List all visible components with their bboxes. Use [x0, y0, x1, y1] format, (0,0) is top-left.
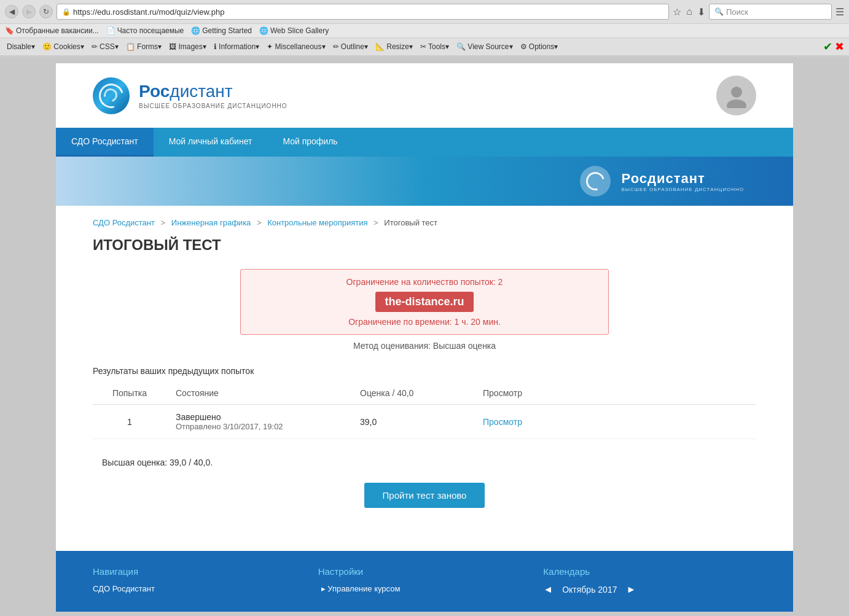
browser-extra-icons: ☰ — [835, 6, 844, 18]
bookmark-getting-started[interactable]: 🌐 Getting Started — [191, 26, 252, 35]
results-section: Результаты ваших предыдущих попыток Попы… — [93, 366, 756, 467]
bookmark-frequent-label: Часто посещаемые — [117, 26, 184, 35]
browser-toolbar: ◀ ▶ ↻ 🔒 https://edu.rosdistant.ru/mod/qu… — [0, 0, 849, 24]
devtool-css[interactable]: ✏ CSS▾ — [90, 42, 120, 52]
review-link[interactable]: Просмотр — [483, 417, 522, 427]
devtool-misc[interactable]: ✦ Miscellaneous▾ — [265, 42, 327, 52]
watermark-badge: the-distance.ru — [375, 292, 473, 312]
th-grade: Оценка / 40,0 — [351, 382, 474, 405]
search-bar[interactable]: 🔍 Поиск — [709, 4, 832, 20]
devtool-cookies[interactable]: 🙂 Cookies▾ — [41, 42, 86, 52]
site-banner: Росдистант ВЫСШЕЕ ОБРАЗОВАНИЕ ДИСТАНЦИОН… — [56, 157, 793, 206]
devtool-disable[interactable]: Disable▾ — [5, 42, 37, 52]
retake-button[interactable]: Пройти тест заново — [364, 483, 485, 508]
breadcrumb-current: Итоговый тест — [384, 218, 437, 227]
back-button[interactable]: ◀ — [5, 5, 18, 18]
grading-method-text: Метод оценивания: Высшая оценка — [240, 341, 609, 351]
devtool-tools[interactable]: ✂ Tools▾ — [418, 42, 451, 52]
quiz-info-overlay: Ограничение на количество попыток: 2 the… — [240, 269, 609, 335]
results-table-head: Попытка Состояние Оценка / 40,0 Просмотр — [93, 382, 756, 405]
download-icon[interactable]: ⬇ — [697, 6, 705, 18]
logo-area: Росдистант ВЫСШЕЕ ОБРАЗОВАНИЕ ДИСТАНЦИОН… — [93, 77, 288, 114]
bookmark-web-slice[interactable]: 🌐 Web Slice Gallery — [259, 26, 329, 35]
bookmark-getting-started-label: Getting Started — [202, 26, 252, 35]
browser-action-icons: ☆ ⌂ ⬇ — [673, 6, 705, 18]
logo-title-normal: дистант — [170, 82, 232, 101]
bookmark-frequent[interactable]: 📄 Часто посещаемые — [106, 26, 184, 35]
home-icon[interactable]: ⌂ — [686, 6, 692, 17]
breadcrumb-sep-3: > — [374, 218, 380, 227]
nav-item-cabinet[interactable]: Мой личный кабинет — [154, 128, 268, 157]
calendar-month: Октябрь 2017 — [562, 585, 617, 595]
footer-nav-title: Навигация — [93, 566, 306, 577]
devtool-options[interactable]: ⚙ Options▾ — [518, 42, 560, 52]
calendar-prev-btn[interactable]: ◄ — [543, 584, 553, 595]
page-title: ИТОГОВЫЙ ТЕСТ — [93, 236, 756, 254]
browser-content: Росдистант ВЫСШЕЕ ОБРАЗОВАНИЕ ДИСТАНЦИОН… — [0, 57, 849, 616]
forward-button[interactable]: ▶ — [22, 5, 36, 18]
calendar-next-btn[interactable]: ► — [626, 584, 636, 595]
breadcrumb-control[interactable]: Контрольные мероприятия — [267, 218, 367, 227]
th-attempt: Попытка — [93, 382, 166, 405]
refresh-button[interactable]: ↻ — [39, 5, 53, 18]
devtool-information[interactable]: ℹ Information▾ — [212, 42, 261, 52]
quiz-info: Ограничение на количество попыток: 2 the… — [240, 269, 609, 351]
footer-nav-sdo[interactable]: СДО Росдистант — [93, 584, 306, 593]
retake-btn-container: Пройти тест заново — [93, 483, 756, 508]
attempt-number: 1 — [93, 405, 166, 439]
breadcrumb: СДО Росдистант > Инженерная графика > Ко… — [93, 218, 756, 227]
lock-icon: 🔒 — [62, 8, 71, 16]
devtool-check-icon[interactable]: ✔ — [823, 40, 832, 53]
quiz-limits-box: Ограничение на количество попыток: 2 the… — [240, 269, 609, 335]
footer-course-management[interactable]: ▸ Управление курсом — [318, 584, 531, 593]
devtool-viewsource[interactable]: 🔍 View Source▾ — [455, 42, 514, 52]
user-avatar[interactable] — [716, 76, 756, 115]
logo-title: Росдистант — [139, 82, 288, 101]
breadcrumb-sep-1: > — [161, 218, 168, 227]
devtool-forms[interactable]: 📋 Forms▾ — [124, 42, 163, 52]
attempt-grade: 39,0 — [351, 405, 474, 439]
bookmarks-bar: 🔖 Отобранные вакансии... 📄 Часто посещае… — [0, 24, 849, 38]
devtools-right-icons: ✔ ✖ — [823, 40, 844, 53]
banner-logo-sub: ВЫСШЕЕ ОБРАЗОВАНИЕ ДИСТАНЦИОННО — [622, 187, 744, 192]
banner-logo-circle — [580, 166, 611, 197]
calendar-nav: ◄ Октябрь 2017 ► — [543, 584, 756, 595]
footer-settings-title: Настройки — [318, 566, 531, 577]
attempt-review: Просмотр — [474, 405, 756, 439]
bookmark-web-slice-icon: 🌐 — [259, 26, 268, 35]
main-content: СДО Росдистант > Инженерная графика > Ко… — [56, 206, 793, 551]
state-completed: Завершено — [176, 412, 342, 422]
breadcrumb-grafika[interactable]: Инженерная графика — [171, 218, 251, 227]
search-icon: 🔍 — [714, 7, 724, 16]
table-header-row: Попытка Состояние Оценка / 40,0 Просмотр — [93, 382, 756, 405]
svg-point-1 — [727, 99, 746, 108]
devtool-x-icon[interactable]: ✖ — [835, 40, 844, 53]
page-wrapper: Росдистант ВЫСШЕЕ ОБРАЗОВАНИЕ ДИСТАНЦИОН… — [56, 63, 793, 612]
devtool-outline[interactable]: ✏ Outline▾ — [331, 42, 370, 52]
bookmark-vacancies-label: Отобранные вакансии... — [16, 26, 99, 35]
results-table: Попытка Состояние Оценка / 40,0 Просмотр… — [93, 382, 756, 439]
attempt-state: Завершено Отправлено 3/10/2017, 19:02 — [166, 405, 351, 439]
attempts-limit-text: Ограничение на количество попыток: 2 — [253, 277, 596, 287]
logo-subtitle: ВЫСШЕЕ ОБРАЗОВАНИЕ ДИСТАНЦИОННО — [139, 103, 288, 109]
url-bar[interactable]: 🔒 https://edu.rosdistant.ru/mod/quiz/vie… — [57, 4, 669, 20]
results-label: Результаты ваших предыдущих попыток — [93, 366, 756, 376]
devtool-resize[interactable]: 📐 Resize▾ — [374, 42, 415, 52]
url-text: https://edu.rosdistant.ru/mod/quiz/view.… — [73, 7, 663, 17]
nav-item-profile[interactable]: Мой профиль — [267, 128, 353, 157]
devtool-images[interactable]: 🖼 Images▾ — [167, 42, 208, 52]
footer-calendar: Календарь ◄ Октябрь 2017 ► — [543, 566, 756, 596]
star-icon[interactable]: ☆ — [673, 6, 681, 18]
banner-logo-text-area: Росдистант ВЫСШЕЕ ОБРАЗОВАНИЕ ДИСТАНЦИОН… — [622, 171, 744, 192]
nav-item-sdo[interactable]: СДО Росдистант — [56, 128, 154, 157]
site-footer: Навигация СДО Росдистант Настройки ▸ Упр… — [56, 551, 793, 612]
th-state: Состояние — [166, 382, 351, 405]
site-nav: СДО Росдистант Мой личный кабинет Мой пр… — [56, 128, 793, 157]
breadcrumb-sdo[interactable]: СДО Росдистант — [93, 218, 155, 227]
bookmark-vacancies[interactable]: 🔖 Отобранные вакансии... — [5, 26, 99, 35]
browser-chrome: ◀ ▶ ↻ 🔒 https://edu.rosdistant.ru/mod/qu… — [0, 0, 849, 57]
site-header: Росдистант ВЫСШЕЕ ОБРАЗОВАНИЕ ДИСТАНЦИОН… — [56, 63, 793, 128]
bookmark-frequent-icon: 📄 — [106, 26, 115, 35]
svg-point-0 — [731, 87, 742, 98]
menu-icon[interactable]: ☰ — [835, 6, 844, 18]
